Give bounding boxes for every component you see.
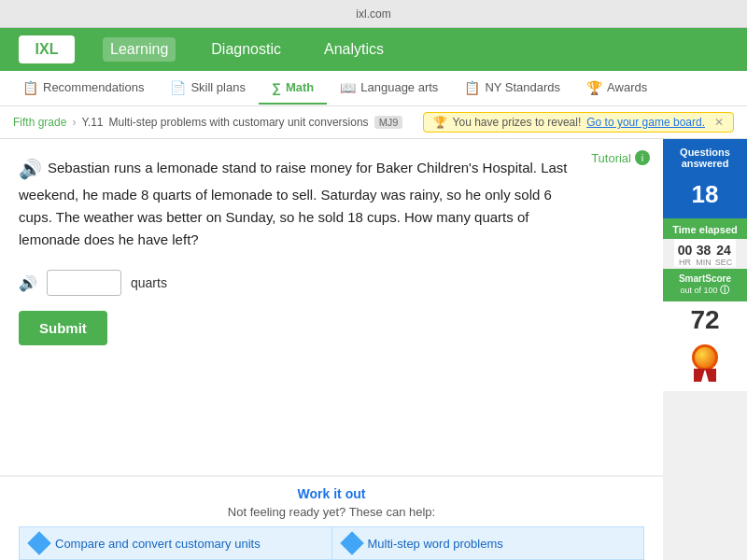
breadcrumb-grade[interactable]: Fifth grade	[13, 116, 66, 129]
diamond-icon-2	[340, 531, 363, 554]
medal-ribbons	[694, 369, 716, 382]
tab-awards[interactable]: 🏆 Awards	[573, 73, 660, 105]
tab-bar: 📋 Recommendations 📄 Skill plans ∑ Math 📖…	[0, 71, 747, 106]
awards-icon: 🏆	[586, 80, 602, 95]
time-min: 38	[696, 243, 712, 258]
time-hr-block: 00 HR	[678, 243, 693, 267]
medal-area	[663, 339, 747, 391]
prize-banner: 🏆 You have prizes to reveal! Go to your …	[423, 112, 734, 133]
langarts-icon: 📖	[340, 80, 356, 95]
tab-math[interactable]: ∑ Math	[259, 73, 327, 105]
tab-language-arts[interactable]: 📖 Language arts	[327, 73, 451, 105]
tutorial-info-icon: i	[635, 150, 650, 165]
browser-url: ixl.com	[356, 7, 390, 21]
time-hr: 00	[678, 243, 693, 258]
smart-score-value: 72	[663, 301, 747, 339]
browser-bar: ixl.com	[0, 0, 747, 28]
unit-label: quarts	[131, 275, 167, 290]
nav-bar: IXL Learning Diagnostic Analytics	[0, 28, 747, 71]
questions-answered-label: Questions answered	[663, 139, 747, 176]
medal-ribbon-right	[705, 369, 716, 382]
smart-info-icon[interactable]: ⓘ	[720, 285, 729, 295]
nav-analytics[interactable]: Analytics	[317, 37, 391, 62]
breadcrumb-code: Y.11	[81, 116, 103, 129]
breadcrumb-badge: MJ9	[374, 116, 403, 129]
nav-diagnostic[interactable]: Diagnostic	[204, 37, 289, 62]
nystandards-icon: 📋	[464, 80, 480, 95]
time-elapsed-label: Time elapsed	[663, 218, 747, 239]
side-panel: Questions answered 18 Time elapsed 00 HR…	[663, 139, 747, 560]
left-content: Tutorial i 🔊Sebastian runs a lemonade st…	[0, 139, 663, 560]
time-display: 00 HR 38 MIN 24 SEC	[674, 239, 737, 267]
breadcrumb-left: Fifth grade › Y.11 Multi-step problems w…	[13, 116, 402, 129]
time-min-block: 38 MIN	[696, 243, 712, 267]
help-cards: Compare and convert customary units Mult…	[19, 526, 644, 560]
time-hr-label: HR	[678, 258, 693, 267]
help-card-1[interactable]: Compare and convert customary units	[19, 526, 331, 560]
question-area: Tutorial i 🔊Sebastian runs a lemonade st…	[0, 139, 663, 475]
diamond-icon-1	[27, 531, 50, 554]
math-icon: ∑	[272, 80, 281, 95]
medal-circle	[692, 344, 718, 371]
tutorial-button[interactable]: Tutorial i	[591, 150, 650, 165]
breadcrumb-bar: Fifth grade › Y.11 Multi-step problems w…	[0, 106, 747, 139]
skillplans-icon: 📄	[170, 80, 186, 95]
time-sec-block: 24 SEC	[715, 243, 733, 267]
prize-trophy-icon: 🏆	[433, 116, 447, 129]
prize-close-icon[interactable]: ✕	[714, 116, 724, 129]
tab-recommendations[interactable]: 📋 Recommendations	[9, 73, 157, 105]
content-row: Tutorial i 🔊Sebastian runs a lemonade st…	[0, 139, 747, 560]
work-title: Work it out	[19, 486, 644, 501]
smart-score-label: SmartScore out of 100 ⓘ	[663, 269, 747, 301]
prize-text: You have prizes to reveal!	[453, 116, 582, 129]
time-min-label: MIN	[696, 258, 712, 267]
breadcrumb-sep: ›	[72, 116, 76, 129]
question-text: 🔊Sebastian runs a lemonade stand to rais…	[19, 154, 644, 251]
questions-answered-count: 18	[663, 176, 747, 218]
medal	[690, 344, 720, 382]
work-it-out-section: Work it out Not feeling ready yet? These…	[0, 475, 663, 560]
breadcrumb-title: Multi-step problems with customary unit …	[109, 116, 369, 129]
time-sec-label: SEC	[715, 258, 733, 267]
smart-out-of: out of 100	[681, 286, 718, 295]
tutorial-label: Tutorial	[591, 151, 631, 165]
tab-ny-standards[interactable]: 📋 NY Standards	[451, 73, 573, 105]
audio-small-icon[interactable]: 🔊	[19, 274, 37, 292]
recommendations-icon: 📋	[22, 80, 38, 95]
audio-icon[interactable]: 🔊	[19, 159, 42, 179]
prize-link[interactable]: Go to your game board.	[586, 116, 705, 129]
time-sec: 24	[715, 243, 733, 258]
answer-input[interactable]	[47, 270, 121, 296]
answer-row: 🔊 quarts	[19, 270, 644, 296]
nav-logo: IXL	[19, 35, 75, 63]
page-wrapper: ixl.com IXL Learning Diagnostic Analytic…	[0, 0, 747, 560]
help-card-2[interactable]: Multi-step word problems	[331, 526, 645, 560]
nav-learning[interactable]: Learning	[103, 37, 176, 62]
tab-skill-plans[interactable]: 📄 Skill plans	[157, 73, 259, 105]
submit-button[interactable]: Submit	[19, 311, 107, 345]
medal-ribbon-left	[694, 369, 705, 382]
work-subtitle: Not feeling ready yet? These can help:	[19, 505, 644, 519]
